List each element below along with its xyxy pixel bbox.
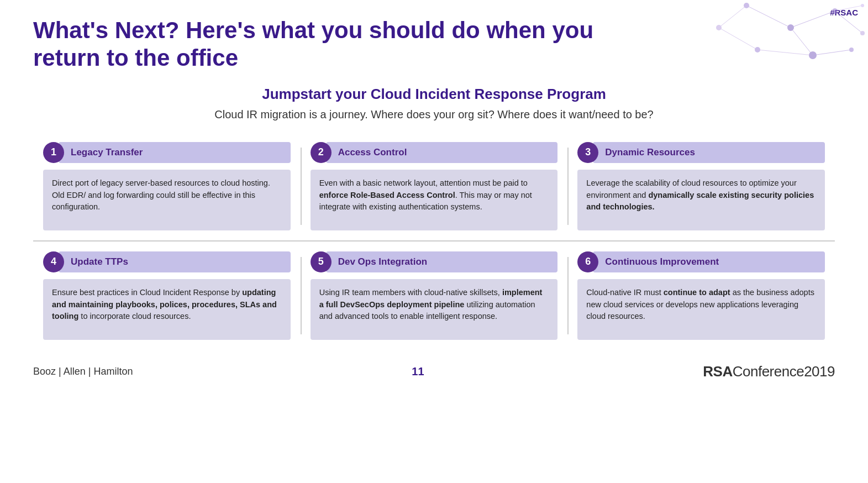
page-title: What's Next? Here's what you should do w… xyxy=(33,17,641,72)
card-5-header: 5 Dev Ops Integration xyxy=(311,251,558,272)
card-1-badge: 1 xyxy=(43,142,64,163)
slide: #RSAC What's Next? Here's what you shoul… xyxy=(0,0,868,483)
subtitle-main: Jumpstart your Cloud Incident Response P… xyxy=(33,86,835,103)
card-2-body: Even with a basic network layout, attent… xyxy=(311,170,558,230)
svg-line-5 xyxy=(719,6,746,28)
svg-point-14 xyxy=(849,48,854,52)
card-6-title-box: Continuous Improvement xyxy=(593,251,825,272)
card-6-body: Cloud-native IR must continue to adapt a… xyxy=(577,279,825,340)
svg-line-1 xyxy=(791,11,835,28)
card-4-text: Ensure best practices in Cloud Incident … xyxy=(52,287,282,323)
svg-point-17 xyxy=(861,4,864,7)
card-1-title: Legacy Transfer xyxy=(71,147,143,158)
card-5-body: Using IR team members with cloud-native … xyxy=(311,279,558,340)
footer-right: RSAConference2019 xyxy=(703,363,835,380)
svg-line-0 xyxy=(746,6,791,28)
card-5-badge: 5 xyxy=(311,251,332,272)
card-6: 6 Continuous Improvement Cloud-native IR… xyxy=(567,251,835,340)
card-1-header: 1 Legacy Transfer xyxy=(43,142,291,163)
card-2-text: Even with a basic network layout, attent… xyxy=(319,177,549,213)
cards-row-1: 1 Legacy Transfer Direct port of legacy … xyxy=(33,132,835,242)
footer: Booz | Allen | Hamilton 11 RSAConference… xyxy=(33,360,835,380)
card-5-text: Using IR team members with cloud-native … xyxy=(319,287,549,323)
card-4-header: 4 Update TTPs xyxy=(43,251,291,272)
cards-row-2: 4 Update TTPs Ensure best practices in C… xyxy=(33,242,835,350)
svg-point-12 xyxy=(860,31,865,35)
card-2-title: Access Control xyxy=(338,147,407,158)
svg-point-16 xyxy=(755,47,760,53)
decoration-graphic xyxy=(702,0,868,72)
card-6-badge: 6 xyxy=(577,251,598,272)
card-5-title-box: Dev Ops Integration xyxy=(326,251,558,272)
subtitle-sub: Cloud IR migration is a journey. Where d… xyxy=(33,108,835,121)
footer-center: 11 xyxy=(412,365,424,378)
card-3: 3 Dynamic Resources Leverage the scalabi… xyxy=(567,142,835,230)
svg-line-3 xyxy=(791,28,813,55)
card-1-text: Direct port of legacy server-based resou… xyxy=(52,177,282,213)
card-3-text: Leverage the scalability of cloud resour… xyxy=(586,177,816,213)
svg-point-13 xyxy=(809,51,817,59)
svg-point-11 xyxy=(832,8,838,14)
card-6-title: Continuous Improvement xyxy=(605,256,719,267)
footer-left: Booz | Allen | Hamilton xyxy=(33,366,133,377)
svg-point-9 xyxy=(744,3,749,8)
card-1-body: Direct port of legacy server-based resou… xyxy=(43,170,291,230)
card-3-body: Leverage the scalability of cloud resour… xyxy=(577,170,825,230)
footer-rsa-bold: RSA xyxy=(703,363,732,380)
card-3-header: 3 Dynamic Resources xyxy=(577,142,825,163)
svg-line-7 xyxy=(757,50,813,55)
svg-line-4 xyxy=(813,50,851,55)
card-4-title: Update TTPs xyxy=(71,256,128,267)
card-2-badge: 2 xyxy=(311,142,332,163)
svg-line-6 xyxy=(719,28,757,50)
card-5-title: Dev Ops Integration xyxy=(338,256,428,267)
card-2: 2 Access Control Even with a basic netwo… xyxy=(301,142,568,230)
cards-section: 1 Legacy Transfer Direct port of legacy … xyxy=(33,132,835,350)
card-4-badge: 4 xyxy=(43,251,64,272)
card-2-header: 2 Access Control xyxy=(311,142,558,163)
card-3-title: Dynamic Resources xyxy=(605,147,695,158)
card-6-text: Cloud-native IR must continue to adapt a… xyxy=(586,287,816,323)
card-4: 4 Update TTPs Ensure best practices in C… xyxy=(33,251,301,340)
svg-point-10 xyxy=(787,24,794,31)
card-1-title-box: Legacy Transfer xyxy=(59,142,291,163)
footer-conference: Conference2019 xyxy=(733,363,835,380)
card-4-body: Ensure best practices in Cloud Incident … xyxy=(43,279,291,340)
card-2-title-box: Access Control xyxy=(326,142,558,163)
card-6-header: 6 Continuous Improvement xyxy=(577,251,825,272)
card-5: 5 Dev Ops Integration Using IR team memb… xyxy=(301,251,568,340)
card-4-title-box: Update TTPs xyxy=(59,251,291,272)
card-3-title-box: Dynamic Resources xyxy=(593,142,825,163)
card-1: 1 Legacy Transfer Direct port of legacy … xyxy=(33,142,301,230)
subtitle-section: Jumpstart your Cloud Incident Response P… xyxy=(33,86,835,121)
svg-line-8 xyxy=(835,6,862,11)
card-3-badge: 3 xyxy=(577,142,598,163)
svg-line-2 xyxy=(835,11,862,33)
svg-point-15 xyxy=(716,25,722,30)
